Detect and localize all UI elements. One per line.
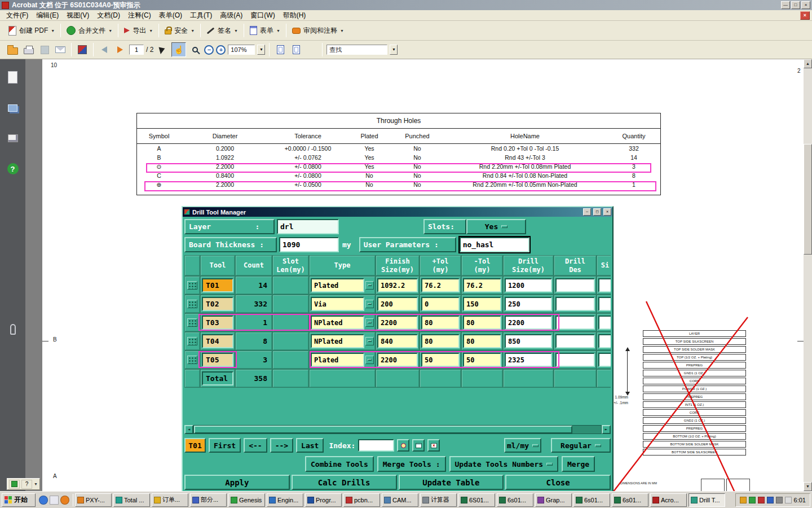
tray-icon-2[interactable]	[749, 497, 756, 503]
units-dropdown[interactable]: ml/my	[504, 438, 541, 453]
merge-button[interactable]: Merge	[562, 456, 595, 472]
forms-button[interactable]: 表单▼	[246, 24, 284, 38]
task-button-6s01-c[interactable]: 6s01...	[573, 493, 610, 507]
pages-panel-button[interactable]	[5, 69, 21, 85]
menu-comments[interactable]: 注释(C)	[124, 10, 155, 21]
layers-panel-button[interactable]	[5, 100, 21, 116]
save-button[interactable]	[38, 42, 51, 57]
tray-icon-4[interactable]	[767, 497, 774, 503]
show-desktop-icon[interactable]	[50, 496, 59, 505]
row-handle[interactable]	[187, 300, 197, 308]
si-input[interactable]	[598, 334, 611, 348]
find-dropdown-button[interactable]: ▼	[390, 45, 398, 55]
menu-window[interactable]: 窗口(W)	[246, 10, 279, 21]
row-handle[interactable]	[187, 356, 197, 364]
apply-button[interactable]: Apply	[184, 475, 290, 490]
drill-des-input[interactable]	[555, 353, 595, 367]
si-input[interactable]	[598, 316, 611, 330]
task-button-program[interactable]: Progr...	[305, 493, 342, 507]
task-button-partial[interactable]: 部分...	[190, 493, 227, 507]
zoom-dropdown-button[interactable]: ▼	[257, 45, 265, 55]
tool-cell[interactable]: T01	[202, 278, 233, 292]
find-input[interactable]	[326, 45, 387, 55]
scroll-up-button[interactable]: ▲	[804, 59, 812, 68]
plus-tol-input[interactable]: 0	[421, 297, 460, 311]
task-button-acrobat[interactable]: Acro...	[650, 493, 687, 507]
finish-size-input[interactable]: 1092.2	[377, 278, 418, 292]
minus-tol-input[interactable]: 150	[463, 297, 501, 311]
document-scrollbar[interactable]: ▲ ▼	[804, 59, 812, 491]
menu-edit[interactable]: 编辑(E)	[32, 10, 63, 21]
start-button[interactable]: 开始	[2, 493, 36, 507]
close-button[interactable]: Close	[505, 475, 611, 490]
row-handle[interactable]	[187, 281, 197, 290]
layer-input[interactable]	[277, 219, 339, 234]
previous-page-button[interactable]	[98, 42, 111, 57]
drill-size-input[interactable]: 250	[505, 297, 552, 311]
update-tools-numbers-dropdown[interactable]: Update Tools Numbers	[449, 456, 559, 472]
browser-icon[interactable]	[39, 496, 48, 505]
si-input[interactable]	[598, 278, 611, 292]
menu-help[interactable]: 帮助(H)	[279, 10, 310, 21]
maximize-button[interactable]: □	[791, 1, 800, 9]
combine-tools-button[interactable]: Combine Tools	[305, 456, 374, 472]
combine-files-button[interactable]: 合并文件▼	[63, 24, 116, 38]
calc-drills-button[interactable]: Calc Drills	[292, 475, 397, 490]
zoom-out-button[interactable]: −	[204, 45, 214, 55]
menu-view[interactable]: 视图(V)	[63, 10, 93, 21]
attachments-panel-button[interactable]	[5, 191, 21, 207]
dialog-close-button[interactable]: ×	[603, 208, 611, 216]
open-button[interactable]	[6, 42, 20, 57]
task-button-drill-tool-manager[interactable]: Drill T...	[689, 493, 725, 507]
highlight-tool-button[interactable]	[397, 439, 409, 452]
tray-icon-3[interactable]	[758, 497, 765, 503]
next-button[interactable]: -->	[270, 438, 293, 453]
create-pdf-button[interactable]: 创建 PDF▼	[5, 24, 59, 38]
signatures-panel-button[interactable]	[5, 130, 21, 146]
chevron-down-icon[interactable]: ▼	[34, 482, 38, 486]
drill-size-input[interactable]: 1200	[505, 278, 552, 292]
index-input[interactable]	[358, 439, 394, 452]
tool-cell[interactable]: T04	[202, 334, 233, 348]
drill-size-input[interactable]: 850	[505, 334, 552, 348]
fit-page-button[interactable]	[289, 42, 303, 57]
zoom-marquee-button[interactable]	[188, 42, 202, 57]
close-button[interactable]: ×	[801, 1, 810, 9]
sign-button[interactable]: 签名▼	[202, 24, 242, 38]
si-input[interactable]	[598, 353, 611, 367]
horizontal-scrollbar[interactable]: ◄ ►	[184, 425, 611, 434]
task-button-cam[interactable]: CAM...	[382, 493, 418, 507]
zoom-in-button[interactable]: +	[216, 45, 226, 55]
scroll-right-button[interactable]: ►	[602, 425, 611, 434]
media-player-icon[interactable]	[60, 496, 69, 505]
select-tool-button[interactable]	[156, 42, 169, 57]
menu-advanced[interactable]: 高级(A)	[216, 10, 246, 21]
minimize-button[interactable]: —	[781, 1, 790, 9]
row-handle[interactable]	[187, 337, 197, 345]
type-dropdown-button[interactable]	[365, 281, 374, 290]
user-parameters-input[interactable]	[460, 237, 529, 252]
type-cell[interactable]: Plated	[311, 278, 364, 292]
next-page-button[interactable]	[113, 42, 127, 57]
task-button-calculator[interactable]: 计算器	[420, 493, 457, 507]
review-comment-button[interactable]: 审阅和注释▼	[288, 24, 348, 38]
task-button-6s01-b[interactable]: 6s01...	[497, 493, 533, 507]
task-button-order[interactable]: 订单...	[152, 493, 188, 507]
task-button-6s01-d[interactable]: 6s01...	[612, 493, 648, 507]
menu-file[interactable]: 文件(F)	[2, 10, 32, 21]
task-button-total[interactable]: Total ...	[113, 493, 150, 507]
merge-tools-button[interactable]: Merge Tools :	[377, 456, 446, 472]
board-thickness-input[interactable]	[279, 237, 339, 252]
drill-des-input[interactable]	[555, 297, 595, 311]
drill-des-input[interactable]	[555, 316, 595, 330]
mode-dropdown[interactable]: Regular	[551, 438, 611, 453]
prev-button[interactable]: <--	[244, 438, 267, 453]
dialog-maximize-button[interactable]: □	[593, 208, 601, 216]
tray-icon-1[interactable]	[740, 497, 747, 503]
drill-des-input[interactable]	[555, 278, 595, 292]
scroll-down-button[interactable]: ▼	[804, 482, 812, 491]
plus-tol-input[interactable]: 80	[421, 334, 460, 348]
tray-icon-6[interactable]	[785, 497, 792, 503]
menu-tools[interactable]: 工具(T)	[186, 10, 216, 21]
update-table-button[interactable]: Update Table	[399, 475, 504, 490]
